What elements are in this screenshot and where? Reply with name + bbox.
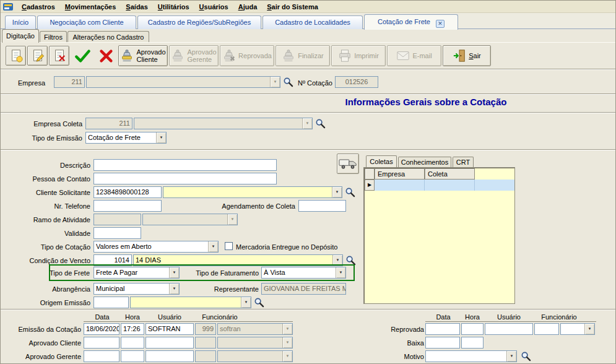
aprovado-gerente-funcionario-combo: ▼ (217, 350, 293, 362)
separator (1, 69, 616, 70)
tipo-emissao-combo[interactable]: Cotação de Frete ▼ (85, 132, 167, 144)
emissao-cotacao-label: Emissão da Cotação (6, 325, 81, 334)
combo-arrow-icon: ▼ (241, 297, 251, 308)
tab-cadastro-regioes-subregioes[interactable]: Cadastro de Regiões/SubRegiões (137, 15, 261, 29)
sidetab-crt[interactable]: CRT (453, 157, 474, 167)
motivo-search-button[interactable] (521, 351, 532, 362)
motivo-combo[interactable]: ▼ (425, 350, 517, 362)
abrangencia-combo[interactable]: Municipal ▼ (93, 283, 180, 295)
aprovado-cliente-funcionario-nome (220, 337, 281, 348)
tipo-cotacao-value: Valores em Aberto (96, 241, 207, 252)
cliente-solicitante-search-button[interactable] (345, 187, 356, 198)
col-header-hora: Hora (461, 313, 484, 321)
cliente-solicitante-input[interactable]: 12384898000128 (93, 186, 162, 198)
menu-item-usuarios[interactable]: Usuários (194, 1, 233, 13)
printer-icon (338, 49, 352, 63)
origem-emissao-combo[interactable]: ▼ (130, 297, 251, 308)
cliente-solicitante-label: Cliente Solicitante (7, 188, 90, 197)
grid-row-selector-icon[interactable]: ▶ (365, 180, 375, 191)
ramo-atividade-label: Ramo de Atividade (7, 215, 90, 224)
col-header-funcionario: Funcionário (195, 313, 245, 321)
tab-cadastro-localidades[interactable]: Cadastro de Localidades (262, 15, 363, 29)
agendamento-input[interactable] (298, 200, 346, 212)
combo-arrow-icon: ▼ (169, 267, 179, 278)
menu-item-movimentacoes[interactable]: Movimentações (60, 1, 121, 13)
origem-emissao-combo-value (132, 297, 240, 308)
tab-close-icon[interactable]: ✕ (436, 20, 445, 28)
cliente-solicitante-combo[interactable]: ▼ (163, 186, 342, 198)
representante-field: GIOVANNA DE FREITAS MEN (261, 283, 346, 295)
app-icon (3, 2, 13, 12)
sair-label: Sair (469, 52, 481, 59)
tipo-frete-combo[interactable]: Frete A Pagar ▼ (93, 267, 180, 279)
nr-telefone-input[interactable] (93, 200, 162, 212)
sidetab-coletas[interactable]: Coletas (366, 155, 397, 167)
tipo-cotacao-combo[interactable]: Valores em Aberto ▼ (93, 241, 219, 253)
menu-item-sair-do-sistema[interactable]: Sair do Sistema (262, 1, 323, 13)
tipo-faturamento-combo[interactable]: À Vista ▼ (261, 267, 346, 279)
combo-arrow-icon: ▼ (336, 267, 345, 278)
confirm-button[interactable] (71, 46, 93, 65)
abrangencia-label: Abrangência (7, 285, 90, 293)
aprovado-gerente-hora-field (121, 350, 144, 362)
tab-cotacao-de-frete[interactable]: Cotação de Frete ✕ (364, 14, 458, 30)
abort-button[interactable] (95, 46, 117, 65)
representante-label: Representante (186, 285, 259, 293)
menu-item-utilitarios[interactable]: Utilitários (153, 1, 194, 13)
document-tabstrip: Início Negociação com Cliente Cadastro d… (1, 13, 615, 29)
validade-input[interactable] (93, 227, 141, 239)
col-header-data: Data (85, 313, 119, 321)
baixa-hora-field (461, 337, 484, 349)
add-record-button[interactable] (6, 46, 26, 66)
combo-arrow-icon: ▼ (332, 187, 342, 197)
grid-header-coleta[interactable]: Coleta (425, 168, 475, 180)
separator (1, 112, 616, 113)
subtab-filtros[interactable]: Filtros (40, 31, 67, 43)
grid-cell-coleta[interactable] (425, 180, 475, 191)
origem-emissao-search-button[interactable] (254, 297, 265, 308)
grid-header-empresa[interactable]: Empresa (375, 168, 425, 180)
aprovado-cliente-button[interactable]: AprovadoCliente (118, 45, 168, 66)
empresa-coleta-combo: ▼ (134, 118, 313, 129)
sidetab-conhecimentos[interactable]: Conhecimentos (398, 157, 451, 167)
menu-item-cadastros[interactable]: Cadastros (17, 1, 60, 13)
edit-document-icon (31, 49, 45, 63)
aprovado-gerente-usuario-field (145, 350, 194, 362)
menu-item-saidas[interactable]: Saídas (121, 1, 152, 13)
motivo-label: Motivo (370, 352, 424, 361)
new-document-icon (9, 49, 23, 63)
mercadoria-checkbox[interactable] (225, 242, 233, 250)
reprovada-funcionario-combo: ▼ (560, 323, 595, 335)
emissao-data-field: 18/06/2020 (84, 323, 119, 335)
search-icon (521, 351, 531, 362)
grid-cell-filler (475, 180, 514, 191)
aprovado-gerente-label-2: Gerente (187, 56, 212, 63)
tipo-emissao-label: Tipo de Emissão (7, 134, 82, 142)
descricao-input[interactable] (93, 159, 277, 171)
tipo-frete-value: Frete A Pagar (96, 267, 168, 278)
grid-cell-empresa[interactable] (375, 180, 425, 191)
edit-record-button[interactable] (27, 46, 48, 66)
coleta-truck-button[interactable] (337, 154, 359, 174)
tab-negociacao-com-cliente[interactable]: Negociação com Cliente (37, 15, 136, 29)
tab-inicio[interactable]: Início (5, 15, 36, 29)
subtab-digitacao[interactable]: Digitação (2, 29, 39, 43)
mercadoria-checkbox-label: Mercadoria Entregue no Depósito (236, 243, 347, 251)
menu-item-ajuda[interactable]: Ajuda (233, 1, 262, 13)
reprovada-row-label: Reprovada (370, 325, 424, 334)
finalizar-button: Finalizar (275, 45, 330, 66)
separator (1, 93, 616, 95)
empresa-search-button[interactable] (283, 77, 294, 88)
subtab-alteracoes-no-cadastro[interactable]: Alterações no Cadastro (67, 31, 149, 43)
empresa-combo-value (89, 77, 269, 87)
pessoa-contato-input[interactable] (93, 173, 277, 184)
origem-emissao-input[interactable] (93, 297, 129, 308)
sair-button[interactable]: Sair (443, 45, 491, 66)
aprovado-gerente-button: AprovadoGerente (169, 45, 219, 66)
empresa-coleta-search-button[interactable] (315, 118, 326, 129)
aprovado-gerente-funcionario-code-field (195, 350, 216, 362)
aprovado-cliente-label-2: Cliente (136, 56, 157, 63)
cancel-record-button[interactable] (49, 46, 69, 66)
pessoa-contato-label: Pessoa de Contato (7, 175, 90, 183)
separator (1, 149, 616, 150)
